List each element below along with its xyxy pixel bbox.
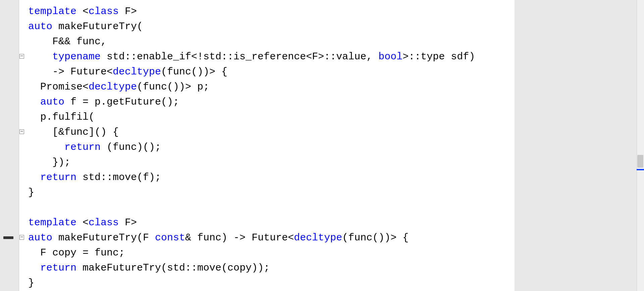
code-token-keyword: auto — [28, 232, 52, 243]
code-token: < — [76, 6, 89, 17]
code-line[interactable]: auto makeFutureTry(F const& func) -> Fut… — [28, 232, 409, 244]
fold-toggle-icon[interactable] — [19, 235, 24, 240]
code-token: makeFutureTry( — [52, 21, 143, 32]
code-token-keyword: return — [40, 172, 76, 183]
code-token: } — [28, 187, 34, 198]
code-token-keyword: auto — [40, 96, 64, 108]
code-token-keyword: class — [89, 6, 119, 17]
code-token — [28, 96, 40, 108]
code-token: [&func]() { — [28, 126, 119, 138]
code-line[interactable]: auto makeFutureTry( — [28, 20, 143, 33]
code-line[interactable]: }); — [28, 156, 70, 168]
code-token-keyword: return — [64, 141, 101, 153]
code-token: (func())> { — [161, 66, 227, 77]
code-token — [28, 141, 64, 153]
code-token-keyword: typename — [52, 51, 101, 62]
vertical-scrollbar[interactable] — [637, 0, 644, 291]
code-token: F copy = func; — [28, 247, 125, 258]
code-token: } — [28, 277, 34, 289]
code-token — [28, 51, 52, 62]
code-line[interactable]: return makeFutureTry(std::move(copy)); — [28, 262, 270, 274]
code-line[interactable]: p.fulfil( — [28, 111, 95, 123]
code-token: f = p.getFuture(); — [64, 96, 179, 108]
code-token — [28, 262, 40, 274]
code-token: >::type sdf) — [402, 51, 475, 62]
scrollbar-thumb[interactable] — [637, 155, 643, 168]
code-token-keyword: bool — [378, 51, 402, 62]
code-token: Promise< — [28, 81, 89, 93]
code-line[interactable]: Promise<decltype(func())> p; — [28, 81, 209, 93]
code-token-keyword: const — [155, 232, 185, 243]
code-token: F> — [119, 6, 137, 17]
code-token-keyword: decltype — [89, 81, 137, 93]
code-token-keyword: auto — [28, 21, 52, 32]
code-token — [28, 172, 40, 183]
code-line[interactable]: auto f = p.getFuture(); — [28, 96, 179, 108]
fold-toggle-icon[interactable] — [19, 129, 24, 134]
code-line[interactable]: -> Future<decltype(func())> { — [28, 66, 227, 78]
code-line[interactable]: return (func)(); — [28, 141, 161, 153]
editor-page: template <class F>auto makeFutureTry( F&… — [0, 0, 644, 291]
code-line[interactable]: return std::move(f); — [28, 171, 161, 183]
code-token: std::enable_if<!std::is_reference<F>::va… — [101, 51, 378, 62]
gutter — [0, 0, 19, 291]
code-token-keyword: decltype — [294, 232, 342, 243]
code-token: F&& func, — [28, 36, 107, 47]
fold-toggle-icon[interactable] — [19, 54, 24, 59]
code-token-keyword: class — [89, 217, 119, 228]
code-token: (func())> p; — [137, 81, 209, 93]
code-token: std::move(f); — [76, 172, 161, 183]
code-line[interactable]: typename std::enable_if<!std::is_referen… — [28, 51, 475, 63]
code-line[interactable]: } — [28, 277, 34, 289]
code-token-keyword: template — [28, 6, 76, 17]
code-token-keyword: return — [40, 262, 76, 274]
breakpoint-marker-icon[interactable] — [3, 236, 13, 239]
code-token-keyword: decltype — [113, 66, 161, 77]
code-token-keyword: template — [28, 217, 76, 228]
code-token: makeFutureTry(std::move(copy)); — [76, 262, 270, 274]
code-token: < — [76, 217, 89, 228]
code-token: -> Future< — [28, 66, 113, 77]
code-area[interactable]: template <class F>auto makeFutureTry( F&… — [27, 0, 515, 291]
code-token: F> — [119, 217, 137, 228]
code-line[interactable]: F copy = func; — [28, 247, 125, 259]
code-line[interactable]: F&& func, — [28, 36, 107, 48]
code-line[interactable]: [&func]() { — [28, 126, 119, 138]
code-token: makeFutureTry(F — [52, 232, 155, 243]
code-line[interactable]: template <class F> — [28, 5, 137, 17]
code-line[interactable]: } — [28, 186, 34, 198]
code-token: p.fulfil( — [28, 111, 95, 123]
code-token: & func) -> Future< — [185, 232, 294, 243]
code-line[interactable]: template <class F> — [28, 217, 137, 229]
code-token: }); — [28, 157, 70, 168]
code-token: (func())> { — [342, 232, 409, 243]
scrollbar-change-marker — [637, 169, 644, 170]
code-token: (func)(); — [101, 141, 161, 153]
